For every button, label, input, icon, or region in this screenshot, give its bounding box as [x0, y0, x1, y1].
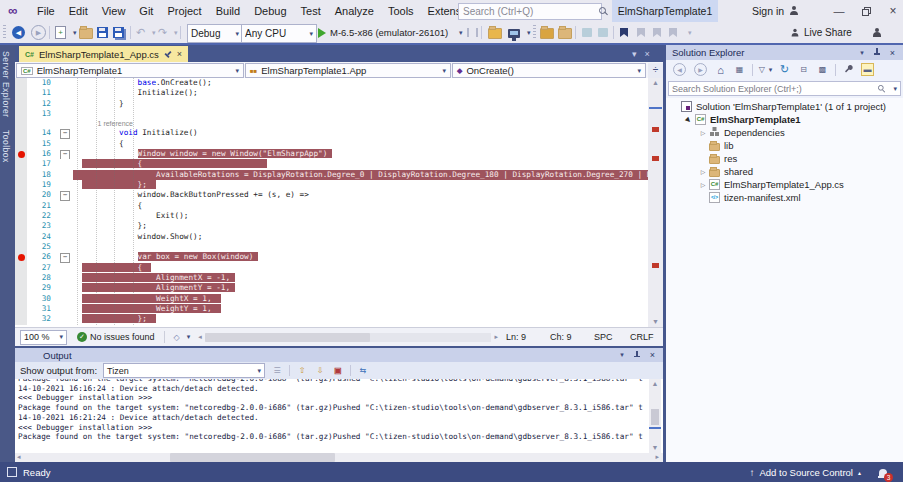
scroll-left-arrow-icon[interactable]: ◂: [17, 453, 21, 461]
breakpoint-margin[interactable]: [15, 232, 27, 242]
menu-debug[interactable]: Debug: [247, 0, 293, 22]
fold-margin[interactable]: −: [56, 149, 73, 159]
code-line-22[interactable]: 22 Exit();: [15, 211, 648, 221]
breakpoint-margin[interactable]: [15, 170, 27, 180]
notifications-button[interactable]: 3: [879, 467, 887, 478]
tree-item-shared[interactable]: ▷shared: [666, 165, 903, 178]
side-tab-server-explorer[interactable]: Server Explorer: [0, 45, 12, 124]
side-tab-toolbox[interactable]: Toolbox: [0, 124, 12, 169]
project-dropdown[interactable]: C# ElmSharpTemplate1 ▾: [16, 63, 244, 78]
output-vertical-scrollbar[interactable]: ▲ ▼: [649, 379, 661, 453]
clear-all-button[interactable]: ▣: [332, 365, 344, 376]
save-button[interactable]: [97, 24, 108, 41]
restore-button[interactable]: [853, 0, 879, 22]
pin-tab-icon[interactable]: [162, 49, 173, 60]
code-line-11[interactable]: 11 Initialize();: [15, 88, 648, 98]
undo-button[interactable]: ↶: [136, 24, 145, 41]
scrollbar-thumb[interactable]: [651, 409, 659, 425]
next-message-button[interactable]: ⇩: [314, 365, 326, 376]
scroll-down-arrow-icon[interactable]: ▼: [648, 317, 663, 327]
navigate-back-button[interactable]: ◀: [12, 24, 25, 41]
breakpoint-margin[interactable]: [15, 78, 27, 88]
close-tab-icon[interactable]: ×: [177, 49, 182, 59]
collapsed-arrow-icon[interactable]: ▷: [698, 181, 708, 188]
close-panel-icon[interactable]: ×: [650, 350, 655, 360]
type-dropdown[interactable]: ■■ ElmSharpTemplate1.App ▾: [245, 63, 451, 78]
breakpoint-margin[interactable]: [15, 304, 27, 314]
breakpoint-margin[interactable]: [15, 221, 27, 231]
fold-margin[interactable]: −: [56, 128, 73, 138]
code-line-13[interactable]: 13: [15, 109, 648, 119]
navigate-forward-button[interactable]: ▶: [31, 24, 46, 41]
scrollbar-thumb[interactable]: [205, 333, 370, 342]
solution-platform-dropdown[interactable]: Any CPU▾: [241, 24, 317, 43]
minimize-button[interactable]: —: [826, 0, 852, 22]
code-line-12[interactable]: 12 }: [15, 99, 648, 109]
code-line-15[interactable]: 15 {: [15, 139, 648, 149]
debug-target-chevron-icon[interactable]: ▾: [459, 24, 463, 41]
code-line-18[interactable]: 18 AvailableRotations = DisplayRotation.…: [15, 170, 648, 180]
menu-file[interactable]: File: [30, 0, 62, 22]
scroll-up-arrow-icon[interactable]: ▲: [648, 78, 663, 88]
breakpoint-margin[interactable]: [15, 294, 27, 304]
fold-margin[interactable]: −: [56, 190, 73, 200]
chevron-down-icon[interactable]: ▾: [893, 85, 897, 93]
breakpoint-indicator[interactable]: [15, 149, 27, 159]
code-line-26[interactable]: 26− var box = new Box(window): [15, 252, 648, 262]
code-line-23[interactable]: 23 };: [15, 221, 648, 231]
tizen-device-manager-button[interactable]: [488, 24, 502, 41]
tree-item-dependencies[interactable]: ▷Dependencies: [666, 126, 903, 139]
new-project-button[interactable]: +: [55, 24, 66, 41]
send-feedback-button[interactable]: [872, 24, 882, 41]
menu-tools[interactable]: Tools: [381, 0, 421, 22]
sign-in-button[interactable]: Sign in: [752, 0, 799, 22]
output-log[interactable]: Package found on the target system: "net…: [15, 379, 663, 453]
breakpoint-margin[interactable]: [15, 263, 27, 273]
home-icon[interactable]: ⌂: [714, 63, 727, 76]
previous-bookmark-button[interactable]: [637, 24, 645, 41]
break-all-button[interactable]: [467, 24, 478, 41]
split-window-handle[interactable]: ÷: [648, 63, 663, 78]
fold-margin[interactable]: −: [56, 252, 73, 262]
breakpoint-indicator[interactable]: [15, 252, 27, 262]
output-source-dropdown[interactable]: Tizen ▾: [103, 363, 265, 378]
redo-button[interactable]: ↷: [158, 24, 167, 41]
quick-search-box[interactable]: [458, 3, 602, 20]
preview-selected-items-toggle[interactable]: ▬: [861, 63, 874, 76]
debug-target-label[interactable]: M-6.5-x86 (emulator-26101): [330, 24, 448, 41]
start-debugging-button[interactable]: [318, 24, 326, 41]
output-panel-titlebar[interactable]: Output ▾ ×: [15, 348, 663, 362]
breakpoint-margin[interactable]: [15, 201, 27, 211]
code-line-24[interactable]: 24 window.Show();: [15, 232, 648, 242]
output-horizontal-scrollbar[interactable]: ◂ ▸: [15, 453, 663, 462]
toggle-word-wrap-button[interactable]: ⇆: [357, 365, 369, 376]
menu-test[interactable]: Test: [294, 0, 328, 22]
tree-item-elmsharptemplate1[interactable]: ▶C#ElmSharpTemplate1: [666, 113, 903, 126]
code-line-31[interactable]: 31 WeightY = 1,: [15, 304, 648, 314]
window-position-chevron-icon[interactable]: ▾: [860, 49, 864, 57]
menu-build[interactable]: Build: [209, 0, 247, 22]
breakpoint-margin[interactable]: [15, 190, 27, 200]
collapsed-arrow-icon[interactable]: ▷: [698, 129, 708, 136]
breakpoint-dot[interactable]: [18, 151, 25, 158]
code-line-25[interactable]: 25: [15, 242, 648, 252]
breakpoint-margin[interactable]: [15, 128, 27, 138]
editor-vertical-scrollbar[interactable]: ▲ ▼: [648, 78, 663, 327]
code-editor[interactable]: 10 base.OnCreate();11 Initialize();12 }1…: [15, 78, 648, 327]
menu-edit[interactable]: Edit: [62, 0, 95, 22]
redo-dropdown-chevron-icon[interactable]: ▾: [174, 24, 178, 41]
solution-configuration-dropdown[interactable]: Debug▾: [187, 24, 243, 43]
pin-panel-icon[interactable]: [633, 351, 641, 360]
undo-dropdown-chevron-icon[interactable]: ▾: [152, 24, 156, 41]
code-line-29[interactable]: 29 AlignmentY = -1,: [15, 283, 648, 293]
tizen-emulator-manager-button[interactable]: [508, 24, 520, 41]
tree-item-elmsharptemplate1-app-cs[interactable]: ▷C#ElmSharpTemplate1_App.cs: [666, 178, 903, 191]
breakpoint-dot[interactable]: [18, 254, 25, 261]
codelens-row[interactable]: 1 reference: [15, 119, 648, 128]
menu-view[interactable]: View: [95, 0, 133, 22]
solution-explorer-titlebar[interactable]: Solution Explorer ▾ ×: [666, 45, 903, 60]
emulator-dropdown-chevron-icon[interactable]: ▾: [527, 24, 531, 41]
close-panel-icon[interactable]: ×: [890, 48, 895, 58]
properties-wrench-icon[interactable]: [842, 63, 855, 76]
breakpoint-margin[interactable]: [15, 314, 27, 324]
